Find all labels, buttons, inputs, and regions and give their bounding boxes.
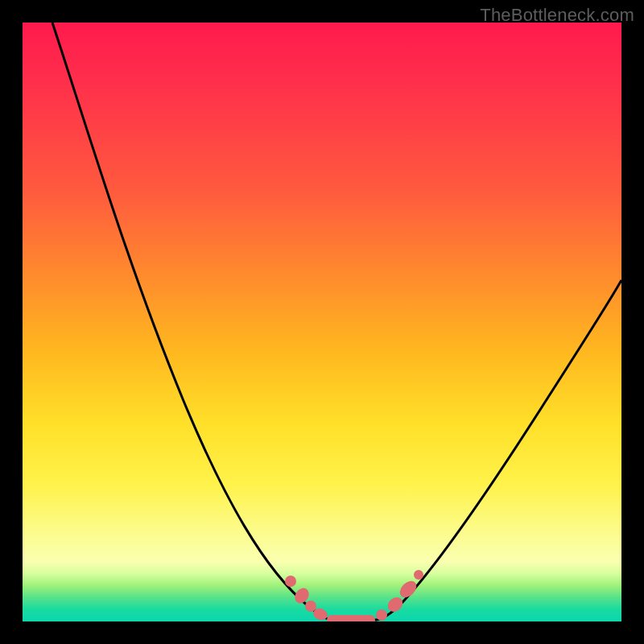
chart-root: TheBottleneck.com xyxy=(0,0,644,644)
marker-group xyxy=(285,570,423,621)
plot-area xyxy=(23,23,621,621)
right-curve xyxy=(377,280,621,620)
svg-point-0 xyxy=(285,576,296,587)
curve-overlay xyxy=(23,23,621,621)
left-curve xyxy=(52,23,330,620)
svg-point-5 xyxy=(376,609,387,621)
svg-rect-4 xyxy=(327,615,375,621)
svg-point-8 xyxy=(414,570,423,580)
svg-point-6 xyxy=(385,594,406,614)
